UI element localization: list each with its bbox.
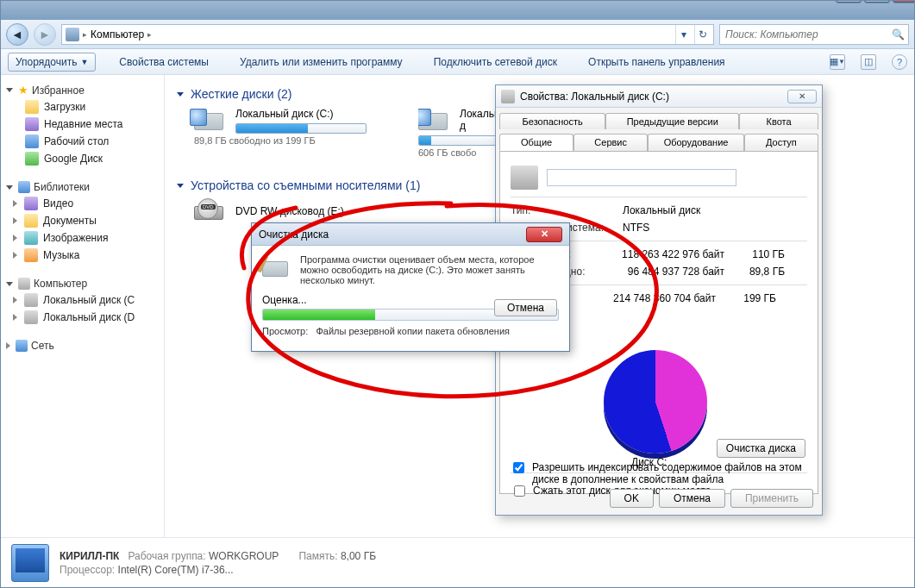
sidebar-item-recent[interactable]: Недавние места: [6, 116, 159, 133]
cleanup-titlebar[interactable]: Очистка диска ✕: [252, 223, 569, 246]
tab-previous-versions[interactable]: Предыдущие версии: [605, 113, 739, 129]
free-bytes: 96 484 937 728 байт: [595, 266, 724, 278]
desktop-icon: [25, 134, 39, 148]
cleanup-message: Программа очистки оценивает объем места,…: [300, 254, 559, 285]
tab-general[interactable]: Общие: [499, 134, 573, 151]
favorites-group[interactable]: ★ Избранное: [6, 82, 159, 98]
type-label: Тип:: [511, 204, 614, 216]
sidebar-item-downloads[interactable]: Загрузки: [6, 98, 159, 116]
volume-label-input[interactable]: [547, 169, 736, 186]
cancel-button[interactable]: Отмена: [659, 489, 725, 508]
sidebar-item-documents[interactable]: Документы: [6, 212, 159, 229]
type-value: Локальный диск: [623, 204, 807, 216]
breadcrumb-sep-icon: ▸: [83, 30, 87, 39]
computer-icon: [66, 28, 79, 41]
sidebar-item-desktop[interactable]: Рабочий стол: [6, 133, 159, 150]
tab-quota[interactable]: Квота: [739, 113, 818, 129]
computer-group[interactable]: Компьютер: [6, 276, 159, 291]
index-checkbox[interactable]: [513, 462, 524, 473]
cleanup-scan-value: Файлы резервной копии пакета обновления: [316, 326, 510, 336]
uninstall-program-button[interactable]: Удалить или изменить программу: [232, 53, 410, 72]
computer-icon: [18, 278, 30, 290]
search-box[interactable]: 🔍: [719, 24, 909, 45]
details-pane: КИРИЛЛ-ПК Рабочая группа: WORKGROUP Памя…: [1, 537, 914, 587]
ram-label: Память:: [298, 550, 337, 562]
cleanup-scan-label: Просмотр:: [262, 326, 308, 336]
capacity-bytes: 214 748 360 704 байт: [586, 292, 716, 304]
drive-icon: [511, 166, 538, 190]
drive-c[interactable]: Локальный диск (C:) 89,8 ГБ свободно из …: [194, 108, 367, 158]
disk-cleanup-dialog: Очистка диска ✕ Программа очистки оценив…: [251, 222, 570, 352]
system-properties-button[interactable]: Свойства системы: [111, 53, 216, 72]
search-icon[interactable]: 🔍: [892, 28, 905, 41]
tab-sharing[interactable]: Доступ: [744, 134, 818, 151]
dvd-icon: DVD: [194, 199, 227, 223]
tab-security[interactable]: Безопасность: [499, 113, 605, 129]
help-icon[interactable]: ?: [892, 54, 907, 70]
libraries-group[interactable]: Библиотеки: [6, 179, 159, 195]
breadcrumb-location[interactable]: Компьютер: [91, 28, 144, 41]
sidebar-item-disk-d[interactable]: Локальный диск (D: [6, 309, 159, 326]
index-label: Разрешить индексировать содержимое файло…: [532, 461, 808, 485]
sidebar-item-music[interactable]: Музыка: [6, 247, 159, 264]
recent-icon: [25, 117, 39, 131]
minimize-button[interactable]: ─: [836, 0, 862, 3]
map-network-drive-button[interactable]: Подключить сетевой диск: [426, 53, 565, 72]
nav-toolbar: ◄ ► ▸ Компьютер ▸ ▾ ↻ 🔍: [1, 20, 914, 49]
tab-tools[interactable]: Сервис: [573, 134, 648, 151]
chevron-down-icon: ▼: [80, 58, 88, 66]
drive-c-usage-bar: [235, 123, 367, 134]
sidebar-item-pictures[interactable]: Изображения: [6, 229, 159, 247]
sidebar-item-google-drive[interactable]: Google Диск: [6, 150, 159, 167]
preview-pane-icon[interactable]: ◫: [861, 54, 876, 70]
free-human: 89,8 ГБ: [733, 266, 785, 278]
disk-cleanup-button[interactable]: Очистка диска: [717, 439, 805, 458]
forward-button[interactable]: ►: [34, 23, 56, 46]
cleanup-cancel-button[interactable]: Отмена: [494, 299, 557, 316]
address-bar[interactable]: ▸ Компьютер ▸ ▾ ↻: [61, 24, 714, 45]
tab-hardware[interactable]: Оборудование: [648, 134, 744, 151]
view-options-icon[interactable]: ▦ ▼: [830, 54, 845, 70]
cpu-label: Процессор:: [60, 564, 115, 576]
address-dropdown-icon[interactable]: ▾: [675, 25, 691, 44]
drive-icon: [24, 310, 38, 324]
workgroup-value: WORKGROUP: [209, 550, 279, 562]
used-bytes: 118 263 422 976 байт: [595, 248, 724, 260]
search-input[interactable]: [724, 28, 892, 41]
computer-large-icon: [11, 544, 49, 582]
cleanup-title: Очистка диска: [259, 228, 329, 241]
explorer-window: ─ ▢ ✕ ◄ ► ▸ Компьютер ▸ ▾ ↻ 🔍 Упорядочит…: [0, 0, 915, 588]
apply-button[interactable]: Применить: [730, 489, 813, 508]
properties-titlebar[interactable]: Свойства: Локальный диск (C:) ✕: [496, 85, 822, 108]
star-icon: ★: [18, 84, 28, 97]
properties-close-button[interactable]: ✕: [787, 90, 817, 103]
favorites-label: Избранное: [32, 84, 85, 97]
libraries-icon: [18, 181, 30, 193]
ok-button[interactable]: OK: [610, 489, 654, 508]
pc-name: КИРИЛЛ-ПК: [60, 550, 119, 562]
cpu-value: Intel(R) Core(TM) i7-36...: [118, 564, 234, 576]
navigation-pane: ★ Избранное Загрузки Недавние места Рабо…: [1, 75, 165, 537]
network-label: Сеть: [31, 340, 54, 352]
folder-icon: [25, 100, 39, 114]
close-button[interactable]: ✕: [893, 0, 915, 3]
dvd-label: DVD RW дисковод (E:): [235, 205, 344, 217]
refresh-icon[interactable]: ↻: [694, 25, 710, 44]
organize-button[interactable]: Упорядочить ▼: [8, 53, 96, 72]
documents-icon: [24, 214, 38, 228]
used-human: 110 ГБ: [733, 248, 785, 260]
network-group[interactable]: Сеть: [6, 338, 159, 353]
cleanup-close-button[interactable]: ✕: [526, 227, 562, 242]
index-checkbox-row[interactable]: Разрешить индексировать содержимое файло…: [510, 461, 808, 485]
drive-c-free: 89,8 ГБ свободно из 199 ГБ: [194, 135, 367, 146]
compress-checkbox[interactable]: [514, 485, 525, 497]
maximize-button[interactable]: ▢: [864, 0, 890, 3]
sidebar-item-video[interactable]: Видео: [6, 195, 159, 212]
organize-label: Упорядочить: [16, 56, 77, 68]
open-control-panel-button[interactable]: Открыть панель управления: [580, 53, 733, 72]
back-button[interactable]: ◄: [6, 23, 28, 46]
caption-bar: ─ ▢ ✕: [1, 1, 914, 20]
sidebar-item-disk-c[interactable]: Локальный диск (C: [6, 291, 159, 309]
breadcrumb-sep-icon: ▸: [147, 30, 152, 39]
computer-label: Компьютер: [34, 278, 87, 290]
